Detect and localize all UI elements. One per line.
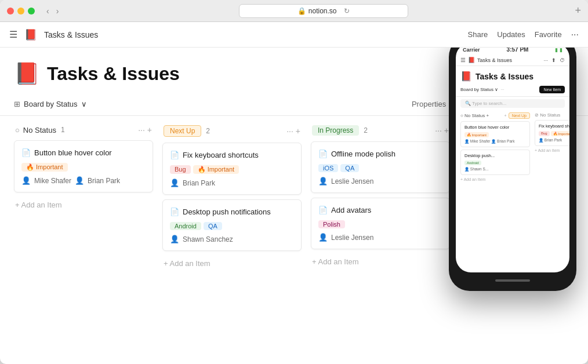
phone-col-no-status-header: ○ No Status + + Next Up bbox=[460, 112, 530, 119]
next-up-badge: Next Up bbox=[164, 125, 201, 137]
phone-search[interactable]: 🔍 Type to search... bbox=[460, 99, 565, 108]
phone-tag-important-1: 🔥 Important bbox=[464, 132, 489, 137]
card-button-blue[interactable]: 📄 Button blue hover color 🔥 Important 👤 … bbox=[14, 140, 153, 192]
phone-card-title-3: Fix keyboard shortcuts bbox=[539, 123, 569, 129]
phone-toolbar: Board by Status ∨ ··· New Item bbox=[456, 84, 569, 97]
card-tags-4: iOS QA bbox=[318, 164, 442, 172]
avatar-icon-4: 👤 bbox=[170, 235, 179, 243]
app-logo-icon: 📕 bbox=[24, 28, 37, 41]
phone-card-tags-2: Android bbox=[464, 161, 526, 165]
updates-button[interactable]: Updates bbox=[497, 30, 525, 39]
assignee-4: Shawn Sanchez bbox=[183, 235, 233, 243]
phone-app-actions: ··· ⬆ ⏱ bbox=[543, 57, 565, 63]
card-title-3: Desktop push notifications bbox=[183, 207, 271, 217]
phone-view-label: Board by Status ∨ bbox=[460, 87, 498, 92]
column-next-up-actions: ··· + bbox=[286, 126, 300, 136]
column-in-progress: In Progress 2 ··· + 📄 Offline mode polis… bbox=[311, 125, 450, 355]
phone-page-icon: 📕 bbox=[460, 71, 472, 82]
card-offline-mode[interactable]: 📄 Offline mode polish iOS QA 👤 Leslie Je… bbox=[311, 141, 450, 193]
add-item-no-status[interactable]: + Add an Item bbox=[14, 197, 153, 213]
phone-time: 3:57 PM bbox=[507, 48, 529, 53]
column-add-button[interactable]: + bbox=[147, 125, 152, 134]
properties-button[interactable]: Properties bbox=[412, 100, 446, 108]
phone-col-next-up: ⊘ No Status Fix keyboard shortcuts Bug 🔥… bbox=[535, 112, 569, 270]
home-bar bbox=[495, 279, 530, 282]
in-progress-add-button[interactable]: + bbox=[444, 126, 449, 135]
phone-col-no-status: ○ No Status + + Next Up Button blue hove… bbox=[460, 112, 530, 270]
phone-card-tags-3: Bug 🔥 Important bbox=[539, 131, 569, 136]
share-button[interactable]: Share bbox=[468, 30, 488, 39]
column-no-status-actions: ··· + bbox=[138, 125, 152, 134]
card-doc-icon-5: 📄 bbox=[318, 206, 328, 214]
no-status-icon: ○ bbox=[15, 126, 20, 134]
view-selector[interactable]: ⊞ Board by Status ∨ bbox=[14, 100, 87, 108]
tag-important: 🔥 Important bbox=[21, 163, 68, 172]
app-bar-actions: Share Updates Favorite ··· bbox=[468, 30, 579, 40]
card-fix-keyboard[interactable]: 📄 Fix keyboard shortcuts Bug 🔥 Important… bbox=[162, 143, 302, 195]
phone-tag-android-1: Android bbox=[464, 161, 481, 165]
phone-new-item-button[interactable]: New Item bbox=[539, 86, 565, 93]
new-tab-button[interactable]: + bbox=[575, 5, 581, 17]
card-footer: 👤 Mike Shafer 👤 Brian Park bbox=[21, 176, 146, 185]
avatar-icon-2: 👤 bbox=[75, 176, 84, 185]
assignee-6: Leslie Jensen bbox=[331, 234, 373, 242]
maximize-button[interactable] bbox=[28, 8, 35, 14]
assignee-3: Brian Park bbox=[183, 179, 215, 187]
minimize-button[interactable] bbox=[17, 8, 24, 14]
phone-card-title-1: Button blue hover color bbox=[464, 125, 526, 130]
close-button[interactable] bbox=[7, 8, 14, 14]
avatar-icon-6: 👤 bbox=[318, 233, 328, 242]
address-bar[interactable]: 🔒 notion.so ↻ bbox=[239, 4, 408, 18]
column-next-up: Next Up 2 ··· + 📄 Fix keyboard shortcuts… bbox=[162, 125, 302, 355]
title-bar: ‹ › 🔒 notion.so ↻ + bbox=[0, 0, 588, 22]
phone-app-bar: ☰ 📕 Tasks & Issues ··· ⬆ ⏱ bbox=[456, 54, 569, 66]
phone-app-title: Tasks & Issues bbox=[477, 57, 512, 63]
card-title-4: Offline mode polish bbox=[331, 149, 395, 159]
next-up-add-button[interactable]: + bbox=[296, 126, 300, 136]
forward-button[interactable]: › bbox=[54, 5, 61, 17]
card-title-5: Add avatars bbox=[331, 205, 371, 216]
card-footer-3: 👤 Shawn Sanchez bbox=[170, 235, 294, 243]
phone-more-icon: ··· bbox=[543, 57, 548, 63]
card-title: Button blue hover color bbox=[34, 148, 112, 158]
page-title: Tasks & Issues bbox=[47, 63, 180, 85]
phone-card-user-3: 👤 Brian Park bbox=[539, 138, 569, 143]
card-doc-icon-2: 📄 bbox=[170, 151, 179, 159]
tag-android: Android bbox=[170, 222, 201, 230]
add-item-next-up[interactable]: + Add an Item bbox=[162, 256, 302, 271]
phone-col-no-status-actions: + bbox=[504, 114, 507, 118]
phone-add-btn-1[interactable]: + Add an Item bbox=[460, 177, 530, 181]
phone-board: ○ No Status + + Next Up Button blue hove… bbox=[456, 110, 569, 272]
phone-card-title-2: Desktop push... bbox=[464, 153, 526, 159]
more-button[interactable]: ··· bbox=[571, 30, 579, 40]
card-add-avatars[interactable]: 📄 Add avatars Polish 👤 Leslie Jensen bbox=[311, 198, 450, 249]
phone-card-2[interactable]: Desktop push... Android 👤 Shawn S... bbox=[460, 150, 530, 175]
lock-icon: 🔒 bbox=[297, 7, 306, 15]
in-progress-more-button[interactable]: ··· bbox=[435, 126, 442, 135]
phone-logo-icon: 📕 bbox=[468, 57, 475, 63]
phone-mockup: Carrier 3:57 PM ▮ ▮ ☰ 📕 Tasks & Issues ·… bbox=[449, 48, 576, 291]
page-icon: 📕 bbox=[14, 61, 40, 86]
column-more-button[interactable]: ··· bbox=[138, 125, 145, 134]
phone-col-action-1: + bbox=[504, 114, 507, 118]
phone-add-btn-2[interactable]: + Add an Item bbox=[535, 148, 569, 152]
favorite-button[interactable]: Favorite bbox=[535, 30, 562, 39]
avatar-icon-5: 👤 bbox=[318, 177, 328, 185]
phone-share-icon: ⬆ bbox=[551, 57, 556, 63]
tag-qa-2: QA bbox=[340, 164, 359, 172]
next-up-more-button[interactable]: ··· bbox=[286, 126, 293, 136]
assignee-2: Brian Park bbox=[88, 177, 120, 185]
card-footer-4: 👤 Leslie Jensen bbox=[318, 177, 442, 185]
tag-ios: iOS bbox=[318, 164, 338, 172]
board-view-icon: ⊞ bbox=[14, 100, 20, 108]
phone-card-1[interactable]: Button blue hover color 🔥 Important 👤 Mi… bbox=[460, 121, 530, 147]
menu-icon[interactable]: ☰ bbox=[9, 29, 17, 40]
reload-button[interactable]: ↻ bbox=[344, 7, 350, 15]
back-button[interactable]: ‹ bbox=[44, 5, 52, 17]
phone-toolbar-more: ··· bbox=[500, 87, 504, 92]
add-item-in-progress[interactable]: + Add an Item bbox=[311, 254, 450, 270]
card-desktop-push[interactable]: 📄 Desktop push notifications Android QA … bbox=[162, 199, 302, 251]
phone-card-3[interactable]: Fix keyboard shortcuts Bug 🔥 Important 👤… bbox=[535, 120, 569, 146]
phone-card-tags-1: 🔥 Important bbox=[464, 132, 526, 137]
phone-page-title-row: 📕 Tasks & Issues bbox=[456, 66, 569, 84]
